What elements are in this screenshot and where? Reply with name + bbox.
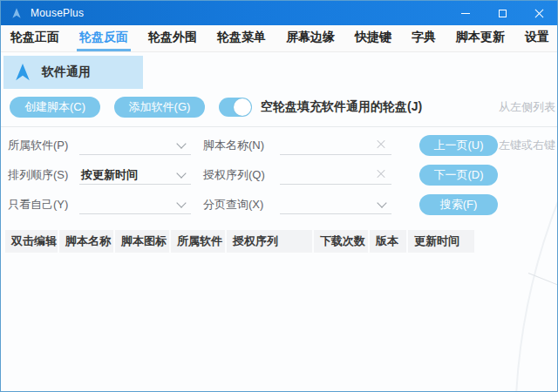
toolbar: 创建脚本(C) 添加软件(G) 空轮盘填充软件通用的轮盘(J) 从左侧列表 xyxy=(10,96,548,118)
sort-order-select[interactable]: 按更新时间 xyxy=(79,166,191,185)
minimize-button[interactable] xyxy=(447,1,484,25)
column-version[interactable]: 版本 xyxy=(370,230,406,253)
page-query-label: 分页查询(X) xyxy=(203,197,280,213)
app-logo-icon xyxy=(10,7,23,19)
chevron-down-icon xyxy=(176,139,186,148)
owner-software-label: 所属软件(P) xyxy=(8,138,79,153)
maximize-button[interactable] xyxy=(484,1,521,25)
owner-software-select[interactable] xyxy=(79,136,191,155)
tab-wheel-front[interactable]: 轮盘正面 xyxy=(8,25,62,51)
column-license-serial[interactable]: 授权序列 xyxy=(227,230,312,253)
license-serial-input[interactable] xyxy=(280,166,391,185)
tab-screen-edge[interactable]: 屏幕边缘 xyxy=(283,25,337,51)
minimize-icon xyxy=(461,13,470,14)
tab-dictionary[interactable]: 字典 xyxy=(409,25,439,51)
window-controls xyxy=(447,1,557,25)
maximize-icon xyxy=(499,10,507,17)
fill-empty-wheel-toggle[interactable] xyxy=(219,98,252,117)
close-button[interactable] xyxy=(521,1,557,25)
section-tab-software-common[interactable]: 软件通用 xyxy=(3,56,143,89)
main-tab-bar: 轮盘正面 轮盘反面 轮盘外围 轮盘菜单 屏幕边缘 快捷键 字典 脚本更新 设置 xyxy=(1,25,557,52)
mouseplus-window: MousePlus 轮盘正面 轮盘反面 轮盘外围 轮盘菜单 屏幕边缘 快捷键 字… xyxy=(0,0,558,392)
column-script-name[interactable]: 脚本名称 xyxy=(59,230,113,253)
only-mine-label: 只看自己(Y) xyxy=(8,197,79,213)
close-icon xyxy=(534,9,544,18)
chevron-down-icon xyxy=(176,198,186,207)
tab-hotkeys[interactable]: 快捷键 xyxy=(352,25,394,51)
form-row-2: 排列顺序(S) 按更新时间 授权序列(Q) 下一页(D) xyxy=(8,160,548,190)
window-title: MousePlus xyxy=(31,7,84,19)
tab-script-update[interactable]: 脚本更新 xyxy=(453,25,507,51)
previous-page-button[interactable]: 上一页(U) xyxy=(419,135,498,156)
sort-order-label: 排列顺序(S) xyxy=(8,167,79,183)
page-query-select[interactable] xyxy=(280,195,391,214)
toolbar-divider xyxy=(1,126,557,127)
navigation-arrow-icon xyxy=(13,63,32,82)
section-tab-label: 软件通用 xyxy=(42,64,91,80)
script-table-header: 双击编辑 脚本名称 脚本图标 所属软件 授权序列 下载次数 版本 更新时间 xyxy=(5,230,557,253)
form-row-1: 所属软件(P) 脚本名称(N) 上一页(U) 左键或右键 xyxy=(8,131,548,160)
script-name-input[interactable] xyxy=(280,136,391,155)
mouse-hint-text: 左键或右键 xyxy=(499,138,555,153)
tab-wheel-outer[interactable]: 轮盘外围 xyxy=(146,25,200,51)
tab-wheel-menu[interactable]: 轮盘菜单 xyxy=(214,25,269,51)
tab-settings[interactable]: 设置 xyxy=(522,25,552,51)
create-script-button[interactable]: 创建脚本(C) xyxy=(10,97,100,118)
column-script-icon[interactable]: 脚本图标 xyxy=(115,230,169,253)
column-owner-software[interactable]: 所属软件 xyxy=(171,230,225,253)
wheel-preview-spoke xyxy=(528,273,558,287)
toggle-knob xyxy=(234,98,251,116)
search-form: 所属软件(P) 脚本名称(N) 上一页(U) 左键或右键 排列顺序(S) 按更新… xyxy=(8,131,548,220)
tab-wheel-back[interactable]: 轮盘反面 xyxy=(77,25,131,51)
clear-icon[interactable] xyxy=(376,139,386,150)
column-update-time[interactable]: 更新时间 xyxy=(408,230,474,253)
right-hint-text: 从左侧列表 xyxy=(499,99,555,115)
toggle-label: 空轮盘填充软件通用的轮盘(J) xyxy=(261,99,422,115)
search-button[interactable]: 搜索(F) xyxy=(419,194,498,215)
chevron-down-icon xyxy=(377,198,386,207)
only-mine-select[interactable] xyxy=(79,195,191,214)
license-serial-label: 授权序列(Q) xyxy=(203,167,280,183)
add-software-button[interactable]: 添加软件(G) xyxy=(114,97,205,118)
next-page-button[interactable]: 下一页(D) xyxy=(419,165,498,186)
script-name-label: 脚本名称(N) xyxy=(203,138,280,153)
title-bar: MousePlus xyxy=(1,1,557,25)
clear-icon[interactable] xyxy=(376,169,386,179)
form-row-3: 只看自己(Y) 分页查询(X) 搜索(F) xyxy=(8,190,548,220)
column-download-count[interactable]: 下载次数 xyxy=(314,230,368,253)
column-double-click-edit[interactable]: 双击编辑 xyxy=(5,230,58,253)
